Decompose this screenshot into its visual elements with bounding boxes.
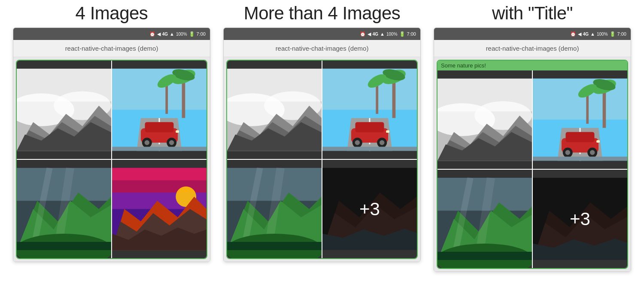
- status-bar-3: ⏰ ◀ 4G ▲ 100% 🔋 7:00: [434, 28, 631, 40]
- column-with-title: with "Title" ⏰ ◀ 4G ▲ 100% 🔋 7:00 react-…: [434, 3, 631, 272]
- svg-point-98: [565, 150, 570, 155]
- image-cell-1-1[interactable]: [17, 61, 111, 159]
- column-title-more: More than 4 Images: [244, 3, 401, 23]
- network-icon-2: ▲: [380, 31, 385, 37]
- column-four-images: 4 Images ⏰ ◀ 4G ▲ 100% 🔋 7:00 react-nati…: [13, 3, 210, 262]
- svg-rect-22: [176, 131, 179, 133]
- image-grid-1: [17, 61, 207, 258]
- status-icons-1: ⏰ ◀ 4G ▲ 100% 🔋 7:00: [149, 31, 206, 37]
- image-cell-2-2[interactable]: [322, 61, 417, 159]
- column-title-four-images: 4 Images: [76, 3, 148, 23]
- svg-rect-31: [17, 242, 111, 250]
- chat-bubble-2: +3: [226, 60, 418, 259]
- svg-point-20: [145, 140, 149, 145]
- image-cell-1-2[interactable]: [112, 61, 207, 159]
- status-icons-3: ⏰ ◀ 4G ▲ 100% 🔋 7:00: [570, 31, 626, 37]
- phone-mockup-title: ⏰ ◀ 4G ▲ 100% 🔋 7:00 react-native-chat-i…: [434, 27, 631, 272]
- signal-icon: ◀: [157, 31, 161, 37]
- battery-pct-3: 100%: [597, 32, 608, 37]
- battery-pct-1: 100%: [176, 32, 187, 37]
- svg-rect-63: [322, 147, 417, 151]
- time-1: 7:00: [197, 31, 206, 37]
- network-icon: ▲: [170, 31, 174, 37]
- svg-rect-71: [227, 242, 322, 250]
- svg-text:+3: +3: [359, 199, 380, 219]
- 4g-icon: 4G: [162, 32, 168, 37]
- page-layout: 4 Images ⏰ ◀ 4G ▲ 100% 🔋 7:00 react-nati…: [0, 0, 644, 293]
- status-bar-1: ⏰ ◀ 4G ▲ 100% 🔋 7:00: [13, 28, 210, 40]
- svg-rect-100: [596, 140, 600, 143]
- status-bar-2: ⏰ ◀ 4G ▲ 100% 🔋 7:00: [224, 28, 420, 40]
- column-more-images: More than 4 Images ⏰ ◀ 4G ▲ 100% 🔋 7:00 …: [223, 3, 421, 262]
- image-cell-2-3[interactable]: [227, 160, 322, 258]
- svg-rect-109: [437, 252, 532, 260]
- app-bar-title-2: react-native-chat-images (demo): [276, 45, 369, 52]
- phone-mockup-more: ⏰ ◀ 4G ▲ 100% 🔋 7:00 react-native-chat-i…: [223, 27, 421, 262]
- image-cell-1-4[interactable]: [112, 160, 207, 258]
- image-cell-3-1[interactable]: [437, 70, 532, 169]
- svg-point-61: [380, 140, 384, 145]
- svg-rect-23: [112, 147, 207, 151]
- svg-point-60: [355, 140, 360, 145]
- svg-point-99: [590, 150, 595, 155]
- svg-rect-17: [145, 122, 174, 132]
- chat-area-3: Some nature pics!: [434, 57, 631, 272]
- bubble-title-3: Some nature pics!: [437, 61, 627, 70]
- 4g-icon-2: 4G: [373, 32, 378, 37]
- column-title-with-title: with "Title": [492, 3, 573, 23]
- app-bar-2: react-native-chat-images (demo): [224, 40, 420, 57]
- battery-icon-3: 🔋: [610, 31, 616, 37]
- signal-icon-3: ◀: [578, 31, 581, 37]
- chat-bubble-1: [16, 60, 207, 259]
- chat-bubble-3: Some nature pics!: [437, 60, 628, 269]
- image-grid-3: +3: [437, 70, 627, 268]
- app-bar-1: react-native-chat-images (demo): [13, 40, 210, 57]
- image-cell-2-1[interactable]: [227, 61, 322, 159]
- status-icons-2: ⏰ ◀ 4G ▲ 100% 🔋 7:00: [360, 31, 416, 37]
- image-grid-2: +3: [227, 61, 417, 258]
- image-cell-1-3[interactable]: [17, 160, 111, 258]
- image-cell-3-4[interactable]: +3: [533, 170, 627, 268]
- app-bar-title-1: react-native-chat-images (demo): [65, 45, 158, 52]
- svg-rect-35: [112, 168, 207, 180]
- svg-rect-101: [533, 157, 627, 161]
- svg-rect-57: [355, 122, 384, 132]
- svg-text:+3: +3: [570, 209, 590, 229]
- svg-rect-95: [566, 132, 595, 142]
- battery-icon-2: 🔋: [399, 31, 405, 37]
- phone-mockup-four-images: ⏰ ◀ 4G ▲ 100% 🔋 7:00 react-native-chat-i…: [13, 27, 210, 262]
- battery-icon-1: 🔋: [189, 31, 195, 37]
- svg-rect-62: [386, 131, 389, 133]
- signal-icon-2: ◀: [368, 31, 371, 37]
- time-2: 7:00: [407, 31, 416, 37]
- svg-point-21: [169, 140, 174, 145]
- app-bar-3: react-native-chat-images (demo): [434, 40, 631, 57]
- alarm-icon: ⏰: [149, 31, 155, 37]
- chat-area-1: [13, 57, 210, 262]
- image-cell-3-3[interactable]: [437, 170, 532, 268]
- image-cell-3-2[interactable]: [533, 70, 627, 169]
- alarm-icon-2: ⏰: [360, 31, 366, 37]
- 4g-icon-3: 4G: [583, 32, 589, 37]
- alarm-icon-3: ⏰: [570, 31, 576, 37]
- network-icon-3: ▲: [590, 31, 595, 37]
- image-cell-2-4[interactable]: +3: [322, 160, 417, 258]
- time-3: 7:00: [617, 31, 626, 37]
- app-bar-title-3: react-native-chat-images (demo): [486, 45, 579, 52]
- battery-pct-2: 100%: [386, 32, 398, 37]
- chat-area-2: +3: [224, 57, 420, 262]
